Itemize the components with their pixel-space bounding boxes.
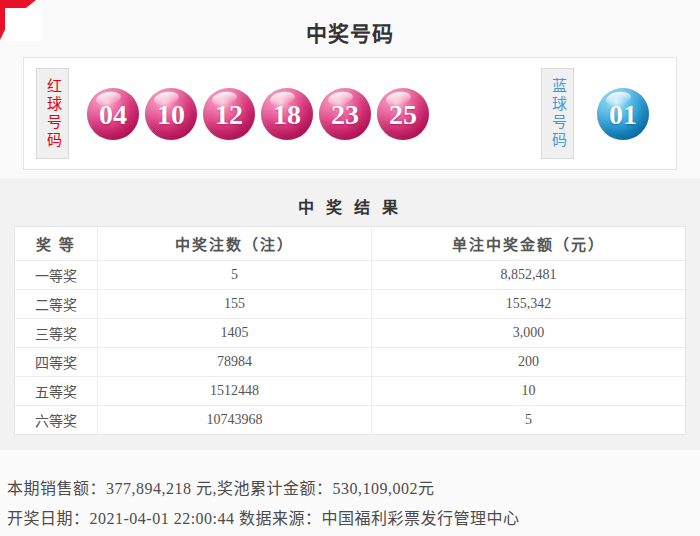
winning-numbers-panel: 红球号码 041012182325 蓝球号码 01 (23, 57, 677, 170)
date-line: 开奖日期：2021-04-01 22:00:44 数据来源：中国福利彩票发行管理… (7, 504, 700, 534)
table-cell: 155 (98, 290, 372, 319)
table-cell: 五等奖 (15, 377, 98, 406)
red-ball: 12 (203, 88, 255, 140)
table-cell: 200 (372, 348, 685, 377)
blue-ball: 01 (597, 88, 649, 140)
table-cell: 六等奖 (15, 406, 98, 434)
table-cell: 1405 (98, 319, 372, 348)
table-cell: 单注中奖金额（元） (372, 227, 685, 261)
footer: 本期销售额：377,894,218 元,奖池累计金额：530,109,002元 … (0, 450, 700, 536)
table-cell: 5 (372, 406, 685, 434)
lottery-results-page: 中奖号码 红球号码 041012182325 蓝球号码 01 中 奖 结 果 奖… (0, 0, 700, 536)
red-ball: 04 (87, 88, 139, 140)
table-cell: 一等奖 (15, 261, 98, 290)
red-ball: 25 (377, 88, 429, 140)
red-ball: 10 (145, 88, 197, 140)
table-cell: 中奖注数（注） (98, 227, 372, 261)
table-cell: 四等奖 (15, 348, 98, 377)
table-cell: 奖 等 (15, 227, 98, 261)
table-cell: 8,852,481 (372, 261, 685, 290)
blue-balls: 01 (597, 88, 649, 140)
red-ball: 18 (261, 88, 313, 140)
red-ball: 23 (319, 88, 371, 140)
results-section: 中 奖 结 果 奖 等中奖注数（注）单注中奖金额（元）一等奖58,852,481… (0, 178, 700, 450)
table-cell: 155,342 (372, 290, 685, 319)
winning-numbers-section: 中奖号码 红球号码 041012182325 蓝球号码 01 (0, 0, 700, 178)
table-cell: 10743968 (98, 406, 372, 434)
sales-line: 本期销售额：377,894,218 元,奖池累计金额：530,109,002元 (7, 474, 700, 504)
results-table: 奖 等中奖注数（注）单注中奖金额（元）一等奖58,852,481二等奖15515… (14, 226, 686, 435)
blue-ball-label: 蓝球号码 (541, 68, 574, 159)
table-cell: 10 (372, 377, 685, 406)
table-cell: 78984 (98, 348, 372, 377)
red-balls-group: 红球号码 041012182325 (36, 68, 429, 159)
corner-white-square (5, 8, 42, 41)
table-cell: 5 (98, 261, 372, 290)
blue-ball-group: 蓝球号码 01 (541, 68, 649, 159)
table-cell: 二等奖 (15, 290, 98, 319)
table-cell: 三等奖 (15, 319, 98, 348)
table-cell: 1512448 (98, 377, 372, 406)
red-balls: 041012182325 (87, 88, 429, 140)
page-title: 中奖号码 (0, 0, 700, 48)
red-ball-label: 红球号码 (36, 68, 69, 159)
results-title: 中 奖 结 果 (0, 178, 700, 226)
table-cell: 3,000 (372, 319, 685, 348)
